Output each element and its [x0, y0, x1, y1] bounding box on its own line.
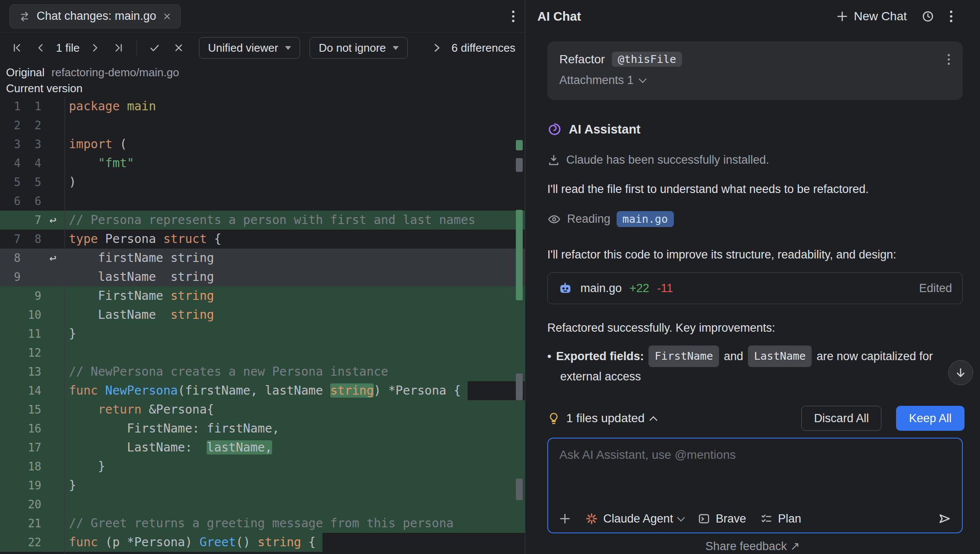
gutter-separator	[65, 97, 65, 554]
keep-all-button[interactable]: Keep All	[896, 406, 964, 431]
diff-line: 16 FirstName: firstName,	[0, 419, 525, 438]
diff-line: 11package main	[0, 97, 525, 116]
assistant-message-read: I'll read the file first to understand w…	[547, 183, 869, 196]
original-file-path: refactoring-demo/main.go	[52, 66, 179, 79]
assistant-message-refactor: I'll refactor this code to improve its s…	[547, 248, 896, 261]
bullet-marker: •	[547, 347, 551, 366]
agent-selector[interactable]: Claude Agent	[585, 512, 684, 526]
lightbulb-icon	[547, 412, 560, 425]
diff-line: 20	[0, 495, 525, 514]
diff-gutter: 17	[0, 438, 65, 457]
differences-group: 6 differences	[431, 41, 515, 55]
diff-stripe-mark	[516, 373, 523, 400]
bullet-tail-2: external access	[547, 367, 933, 386]
install-icon	[547, 154, 560, 167]
diff-line: 66	[0, 192, 525, 211]
chevron-up-icon[interactable]	[649, 416, 657, 424]
viewer-mode-dropdown[interactable]: Unified viewer	[199, 37, 300, 59]
bullet-joiner: and	[724, 347, 743, 366]
chat-header: AI Chat New Chat	[525, 0, 980, 33]
diff-line: 12	[0, 343, 525, 362]
plan-mode-toggle[interactable]: Plan	[760, 512, 801, 526]
diff-gutter: 78	[0, 230, 65, 249]
diff-gutter: 12	[0, 343, 65, 362]
whitespace-ignore-dropdown[interactable]: Do not ignore	[310, 37, 408, 59]
diff-line: 78type Persona struct {	[0, 230, 525, 249]
files-updated-label[interactable]: 1 files updated	[566, 411, 645, 425]
diff-line: 10 LastName string	[0, 305, 525, 324]
message-kebab-icon[interactable]	[947, 53, 951, 66]
chat-title: AI Chat	[537, 9, 581, 24]
chat-kebab-icon[interactable]	[949, 9, 953, 24]
scroll-to-bottom-button[interactable]	[948, 360, 973, 385]
discard-all-button[interactable]: Discard All	[801, 406, 881, 431]
send-message-icon[interactable]	[938, 512, 952, 526]
reading-file-chip[interactable]: main.go	[617, 211, 674, 227]
tabbar-kebab-icon[interactable]	[511, 9, 515, 24]
revert-change-icon[interactable]: ↩	[41, 211, 65, 230]
files-updated-bar: 1 files updated Discard All Keep All	[547, 406, 964, 431]
edited-file-card[interactable]: main.go +22 -11 Edited	[547, 272, 963, 304]
diff-gutter: 16	[0, 419, 65, 438]
chat-history-icon[interactable]	[921, 10, 934, 23]
mention-chip[interactable]: @thisFile	[612, 52, 682, 67]
diff-line: 13// NewPersona creates a new Persona in…	[0, 362, 525, 381]
diff-stripe-mark	[516, 479, 523, 500]
diff-gutter: 9	[0, 286, 65, 305]
share-feedback-link[interactable]: Share feedback ↗	[525, 539, 980, 553]
diff-gutter: 22	[0, 116, 65, 135]
tab-title: Chat changes: main.go	[37, 9, 156, 23]
first-difference-icon[interactable]	[6, 37, 28, 59]
diff-gutter: 44	[0, 154, 65, 173]
diff-line: 11}	[0, 324, 525, 343]
diff-line: 21// Greet returns a greeting message fr…	[0, 514, 525, 533]
new-chat-label: New Chat	[854, 9, 907, 23]
diff-line: 55)	[0, 173, 525, 192]
edited-file-name: main.go	[580, 282, 622, 295]
diff-stripe-mark	[516, 140, 523, 150]
tab-chat-changes[interactable]: Chat changes: main.go	[9, 4, 181, 28]
next-file-icon[interactable]	[84, 37, 105, 59]
differences-count-label: 6 differences	[452, 41, 515, 55]
diff-gutter: 11	[0, 324, 65, 343]
diff-scrollbar-stripe[interactable]	[516, 97, 523, 554]
reading-label: Reading	[567, 212, 611, 226]
diff-line: 44 "fmt"	[0, 154, 525, 173]
chevron-down-icon	[677, 514, 685, 521]
diff-gutter: 7↩	[0, 211, 65, 230]
improvements-bullet: • Exported fields: FirstName and LastNam…	[547, 345, 933, 386]
diff-line: 9 FirstName string	[0, 286, 525, 305]
browser-selector[interactable]: Brave	[698, 512, 746, 526]
tab-close-icon[interactable]	[162, 12, 172, 21]
diff-gutter: 8↩	[0, 249, 65, 268]
diff-gutter: 10	[0, 305, 65, 324]
file-status-label: Edited	[919, 282, 952, 295]
original-label: Original	[6, 66, 45, 79]
expand-chevron-icon[interactable]	[431, 42, 442, 53]
previous-file-icon[interactable]	[30, 37, 52, 59]
assistant-name: AI Assistant	[569, 122, 641, 137]
diff-line: 18 }	[0, 457, 525, 476]
revert-change-icon[interactable]: ↩	[41, 249, 65, 268]
diff-gutter: 9	[0, 268, 65, 286]
diff-line: 15 return &Persona{	[0, 400, 525, 419]
reject-changes-icon[interactable]	[168, 37, 189, 59]
accept-changes-icon[interactable]	[144, 37, 165, 59]
add-attachment-icon[interactable]	[558, 512, 571, 525]
diff-line: 22func (p *Persona) Greet() string {	[0, 533, 525, 552]
editor-tab-bar: Chat changes: main.go	[0, 0, 525, 33]
diff-gutter: 13	[0, 362, 65, 381]
diff-editor[interactable]: 11package main2233import (44 "fmt"55)667…	[0, 97, 525, 554]
chevron-down-icon	[639, 75, 646, 83]
attachments-label: Attachments 1	[559, 74, 634, 87]
diff-gutter: 15	[0, 400, 65, 419]
chat-input[interactable]	[548, 439, 962, 495]
attachments-toggle[interactable]: Attachments 1	[559, 74, 951, 87]
new-chat-button[interactable]: New Chat	[836, 9, 907, 23]
robot-icon	[558, 281, 573, 296]
diff-line: 19}	[0, 476, 525, 495]
last-difference-icon[interactable]	[108, 37, 130, 59]
plan-checklist-icon	[760, 512, 773, 525]
eye-icon	[547, 212, 561, 226]
diff-line: 17 LastName: lastName,	[0, 438, 525, 457]
